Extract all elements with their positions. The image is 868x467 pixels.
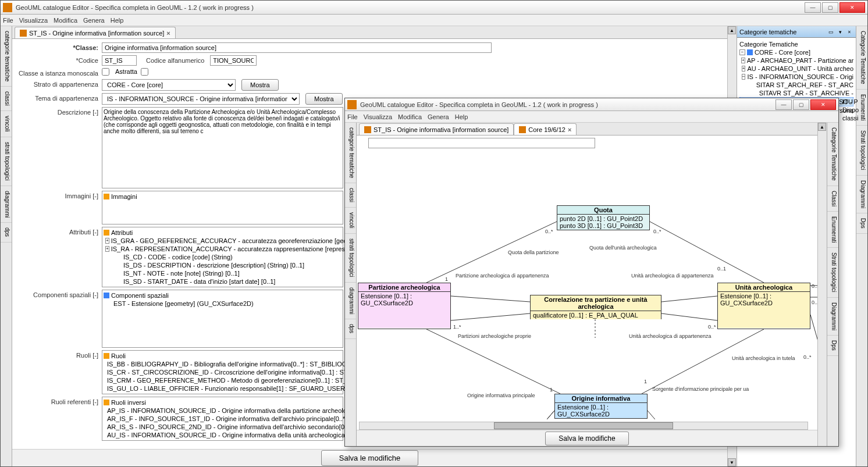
sec-menu-visualizza[interactable]: Visualizza <box>364 113 392 120</box>
tree-item[interactable]: IS - INFORMATION_SOURCE - Origi <box>747 73 853 80</box>
tree-item[interactable]: AP_IS - INFORMATION_SOURCE_ID - Origine … <box>107 407 383 414</box>
tree-item[interactable]: CORE - Core [core] <box>755 49 810 56</box>
pin-icon[interactable]: ▾ <box>836 28 844 36</box>
sec-menu-genera[interactable]: Genera <box>428 113 449 120</box>
monoscala-checkbox[interactable] <box>102 68 109 76</box>
sec-side-tab-r[interactable]: Diagrammi <box>827 298 838 336</box>
scroll-down-icon[interactable]: ▼ <box>728 458 736 466</box>
tree-item[interactable]: SITAR ST_ARCH_REF - ST_ARC <box>756 81 853 88</box>
editor-tab[interactable]: ST_IS - Origine informativa [information… <box>15 27 176 38</box>
tree-item[interactable]: AR_IS_F - INFO_SOURCE_1ST_ID - Origine i… <box>107 415 379 422</box>
uml-box-correlazione[interactable]: Correlazione tra partizione e unità arch… <box>530 295 661 319</box>
sec-side-tab[interactable]: categorie tematiche <box>345 123 356 183</box>
tab-close-icon[interactable]: × <box>166 30 170 37</box>
menu-modifica[interactable]: Modifica <box>54 17 77 24</box>
tree-item[interactable]: IS_NT - NOTE - note [note] (String) [0..… <box>123 270 240 277</box>
tree-toggle[interactable]: − <box>739 49 745 55</box>
codice-alfa-input[interactable] <box>210 55 257 66</box>
scroll-up-icon[interactable]: ▲ <box>728 26 736 34</box>
mostra-tema-button[interactable]: Mostra <box>305 93 343 105</box>
sec-close-button[interactable]: ✕ <box>810 99 836 110</box>
mostra-strato-button[interactable]: Mostra <box>241 79 279 91</box>
ruoli-tree[interactable]: Ruoli IS_BB - BIBLIOGRAPHY_ID - Bibliogr… <box>102 350 343 394</box>
minimize-button[interactable]: — <box>805 2 821 13</box>
ruoli-ref-tree[interactable]: Ruoli inversi AP_IS - INFORMATION_SOURCE… <box>102 397 343 441</box>
tree-toggle[interactable]: + <box>741 58 745 63</box>
tree-toggle[interactable]: + <box>105 246 109 252</box>
sec-menu-help[interactable]: Help <box>455 113 468 120</box>
tree-item[interactable]: IS_RA - REPRESENTATION_ACCURACY - accura… <box>111 245 380 252</box>
tree-item[interactable]: AU_IS - INFORMATION_SOURCE_ID - Origine … <box>107 432 379 439</box>
side-tab-categorie[interactable]: categorie tematiche <box>1 26 12 87</box>
sec-side-tab[interactable]: classi <box>345 183 356 208</box>
tree-item[interactable]: AR_IS_S - INFO_SOURCE_2ND_ID - Origine i… <box>107 423 376 430</box>
sec-side-tab[interactable]: vincoli <box>345 208 356 234</box>
tree-toggle[interactable]: + <box>742 66 746 72</box>
tree-item[interactable]: Dispo <box>842 106 859 114</box>
descrizione-textarea[interactable]: Origine della conoscenza della Partizion… <box>102 107 343 188</box>
tree-item[interactable]: classi <box>842 114 859 122</box>
tree-item[interactable]: IS_SD - START_DATE - data d'inizio [star… <box>123 278 275 285</box>
tree-item[interactable]: IS_GU_LO - LIABLE_OFFICIER - Funzionario… <box>107 385 345 392</box>
side-tab-diagrammi[interactable]: diagrammi <box>1 186 12 223</box>
menu-help[interactable]: Help <box>111 17 124 24</box>
uml-box-origine[interactable]: Origine informativa Estensione [0..1] : … <box>554 394 648 419</box>
side-tab-classi[interactable]: classi <box>1 87 12 111</box>
close-button[interactable]: ✕ <box>839 2 865 13</box>
side-tab-dps-r[interactable]: Dps <box>856 213 867 234</box>
minimize-panel-icon[interactable]: ▭ <box>827 28 835 36</box>
tree-toggle[interactable]: + <box>105 238 109 244</box>
scroll-thumb[interactable] <box>494 422 673 429</box>
tree-item[interactable]: IS_BB - BIBLIOGRAPHY_ID - Bibliografia d… <box>107 361 369 368</box>
tree-item[interactable]: AU - ARCHAEO_UNIT - Unità archeo <box>747 65 853 72</box>
tree-item[interactable]: IS_DS - DESCRIPTION - descrizione [descr… <box>123 262 304 269</box>
sec-side-tab-r[interactable]: Dps <box>827 336 838 356</box>
codice-input[interactable] <box>102 55 137 66</box>
classe-input[interactable] <box>102 42 492 53</box>
save-button[interactable]: Salva le modifiche <box>321 450 419 466</box>
menu-visualizza[interactable]: Visualizza <box>19 17 48 24</box>
side-tab-strati-r[interactable]: Strati topologici <box>856 126 867 175</box>
sec-minimize-button[interactable]: — <box>775 99 792 110</box>
menu-genera[interactable]: Genera <box>83 17 105 24</box>
tree-item[interactable]: EST - Estensione [geometry] (GU_CXSurfac… <box>113 300 254 307</box>
tree-toggle[interactable]: − <box>742 74 746 80</box>
sec-side-tab[interactable]: dps <box>345 319 356 338</box>
comp-spaziali-tree[interactable]: Componenti spaziali EST - Estensione [ge… <box>102 290 343 348</box>
uml-box-unita[interactable]: Unità archeologica Estensione [0..1] : G… <box>717 283 810 329</box>
tree-root[interactable]: Categorie Tematiche <box>739 41 798 48</box>
side-tab-diagrammi-r[interactable]: Diagrammi <box>856 176 867 213</box>
sec-side-tab-r[interactable]: Strati topologici <box>827 248 838 297</box>
close-panel-icon[interactable]: × <box>845 28 853 36</box>
tree-item[interactable]: IS_CRM - GEO_REFERENCE_METHOD - Metodo d… <box>107 377 382 384</box>
uml-box-quota[interactable]: Quota punto 2D [0..1] : GU_Point2D punto… <box>557 205 650 230</box>
strato-select[interactable]: CORE - Core [core] <box>102 79 236 91</box>
tree-item[interactable]: IS_CD - CODE - codice [code] (String) <box>123 254 233 261</box>
side-tab-dps[interactable]: dps <box>1 223 12 242</box>
sec-save-button[interactable]: Salva le modifiche <box>545 432 628 445</box>
tree-item[interactable]: AP - ARCHAEO_PART - Partizione ar <box>747 57 853 64</box>
diagram-scrollbar-h[interactable] <box>359 422 808 430</box>
tree-item[interactable]: IS_CR - ST_CIRCOSCRIZIONE_ID - Circoscri… <box>107 369 376 376</box>
diagram-canvas[interactable]: Quota punto 2D [0..1] : GU_Point2D punto… <box>357 152 817 419</box>
sec-side-tab-r[interactable]: Enumerati <box>827 212 838 248</box>
tree-item[interactable]: IS_GRA - GEO_REFERENCE_ACCURACY - accura… <box>111 237 385 244</box>
tree-item[interactable]: IT - P <box>842 98 859 106</box>
sec-scrollbar-v[interactable]: ▲ <box>817 123 827 446</box>
astratta-checkbox[interactable] <box>141 68 148 76</box>
sec-tab-2[interactable]: Core 19/6/12 × <box>514 123 577 135</box>
attributi-tree[interactable]: Attributi +IS_GRA - GEO_REFERENCE_ACCURA… <box>102 227 343 287</box>
sec-side-tab-r[interactable]: Categorie Tematiche <box>827 123 838 186</box>
tree-item[interactable]: SITAVR ST_AR - ST_ARCHIVE - <box>759 90 853 97</box>
menu-file[interactable]: File <box>3 17 13 24</box>
side-tab-vincoli[interactable]: vincoli <box>1 111 12 137</box>
maximize-button[interactable]: ▢ <box>822 2 838 13</box>
sec-menu-file[interactable]: File <box>347 113 358 120</box>
sec-tab-1[interactable]: ST_IS - Origine informativa [information… <box>359 123 514 135</box>
tema-select[interactable]: IS - INFORMATION_SOURCE - Origine inform… <box>102 93 300 105</box>
tab-close-icon[interactable]: × <box>568 126 571 133</box>
sec-maximize-button[interactable]: ▢ <box>793 99 809 110</box>
sec-side-tab[interactable]: diagrammi <box>345 283 356 320</box>
side-tab-strati[interactable]: strati topologici <box>1 137 12 186</box>
diagram-search-input[interactable] <box>368 138 595 148</box>
